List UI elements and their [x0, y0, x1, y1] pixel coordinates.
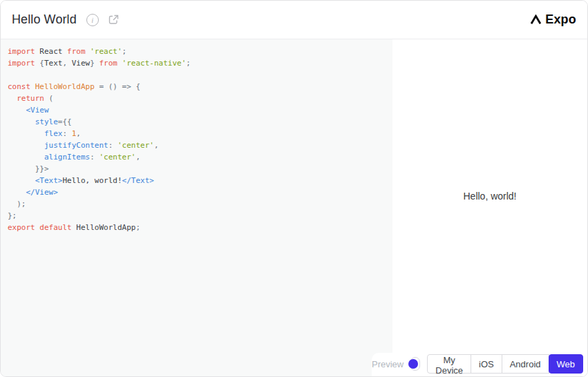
- preview-pane: Hello, world!: [392, 39, 587, 353]
- device-tabs: My DeviceiOSAndroidWeb: [427, 354, 583, 374]
- code-line[interactable]: <Text>Hello, world!</Text>: [8, 175, 386, 186]
- expo-logo[interactable]: Expo: [530, 12, 576, 27]
- code-line[interactable]: export default HelloWorldApp;: [8, 222, 386, 233]
- device-tab-ios[interactable]: iOS: [471, 354, 502, 374]
- preview-label: Preview: [372, 359, 404, 369]
- code-line[interactable]: return (: [8, 93, 386, 104]
- device-tab-my-device[interactable]: My Device: [427, 354, 471, 374]
- device-tab-android[interactable]: Android: [502, 354, 549, 374]
- info-icon[interactable]: i: [86, 14, 99, 26]
- code-line[interactable]: style={{: [8, 116, 386, 128]
- open-external-icon[interactable]: [108, 14, 120, 26]
- code-line[interactable]: justifyContent: 'center',: [8, 139, 386, 151]
- code-line[interactable]: import {Text, View} from 'react-native';: [8, 57, 386, 69]
- expo-caret-icon: [530, 14, 542, 25]
- preview-column: Hello, world! Preview My DeviceiOSAndroi…: [392, 39, 587, 376]
- code-line[interactable]: );: [8, 198, 386, 210]
- code-content: import React from 'react';import {Text, …: [8, 46, 386, 233]
- code-line[interactable]: };: [8, 210, 386, 222]
- snack-window: Hello World i Expo import React from 're…: [0, 0, 588, 377]
- code-line[interactable]: flex: 1,: [8, 128, 386, 139]
- code-line[interactable]: }}>: [8, 163, 386, 175]
- header: Hello World i Expo: [1, 1, 587, 39]
- device-tab-web[interactable]: Web: [549, 354, 584, 374]
- code-line[interactable]: </View>: [8, 186, 386, 198]
- preview-toolbar: Preview My DeviceiOSAndroidWeb: [372, 353, 587, 376]
- code-line[interactable]: [8, 69, 386, 81]
- toggle-knob: [408, 359, 418, 369]
- preview-output-text: Hello, world!: [463, 191, 516, 202]
- code-line[interactable]: const HelloWorldApp = () => {: [8, 81, 386, 93]
- code-editor[interactable]: import React from 'react';import {Text, …: [1, 39, 392, 376]
- project-title: Hello World: [12, 12, 77, 27]
- main-area: import React from 'react';import {Text, …: [1, 39, 587, 376]
- preview-toggle[interactable]: [410, 357, 420, 371]
- code-line[interactable]: <View: [8, 104, 386, 116]
- expo-logo-text: Expo: [545, 12, 576, 27]
- external-link-icon: [108, 14, 120, 26]
- code-line[interactable]: alignItems: 'center',: [8, 151, 386, 163]
- code-line[interactable]: import React from 'react';: [8, 46, 386, 57]
